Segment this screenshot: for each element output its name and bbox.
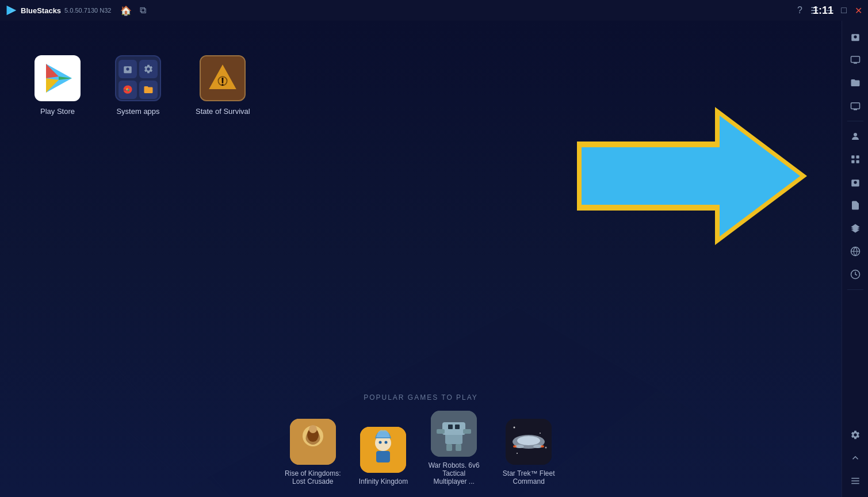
svg-rect-52 bbox=[437, 429, 445, 434]
rok-game-art bbox=[290, 419, 336, 465]
game-label-infinity-kingdom: Infinity Kingdom bbox=[359, 477, 408, 485]
help-icon[interactable]: ? bbox=[797, 5, 802, 16]
svg-rect-50 bbox=[446, 444, 452, 451]
sidebar-photo-icon[interactable] bbox=[845, 172, 866, 193]
game-infinity-kingdom[interactable]: Infinity Kingdom bbox=[359, 427, 408, 485]
svg-point-63 bbox=[513, 445, 517, 448]
svg-rect-8 bbox=[856, 155, 859, 158]
game-icon-rise-of-kingdoms bbox=[290, 419, 336, 465]
svg-marker-33 bbox=[577, 107, 807, 245]
svg-point-57 bbox=[545, 447, 547, 449]
svg-rect-10 bbox=[856, 160, 859, 163]
sidebar-layers-icon[interactable] bbox=[845, 218, 866, 239]
system-apps-app[interactable]: System apps bbox=[115, 55, 161, 116]
svg-rect-42 bbox=[376, 451, 390, 462]
svg-point-38 bbox=[309, 425, 317, 433]
svg-rect-7 bbox=[851, 155, 854, 158]
game-star-trek[interactable]: Star Trek™ Fleet Command bbox=[500, 419, 557, 485]
game-icon-infinity-kingdom bbox=[360, 427, 406, 473]
svg-rect-48 bbox=[448, 425, 453, 429]
main-content: Play Store S bbox=[0, 21, 842, 497]
popular-title: POPULAR GAMES TO PLAY bbox=[364, 393, 478, 402]
copy-nav-icon[interactable]: ⧉ bbox=[140, 5, 146, 16]
state-of-survival-label: State of Survival bbox=[196, 107, 250, 116]
sys-files-cell bbox=[139, 81, 158, 99]
svg-point-55 bbox=[514, 427, 515, 429]
sidebar-person-icon[interactable] bbox=[845, 126, 866, 147]
svg-rect-9 bbox=[851, 160, 854, 163]
svg-point-43 bbox=[379, 441, 382, 444]
system-apps-label: System apps bbox=[116, 107, 159, 116]
bluestacks-logo-icon bbox=[6, 5, 17, 16]
sidebar-hamburger-icon[interactable] bbox=[845, 471, 866, 491]
svg-rect-2 bbox=[851, 56, 859, 63]
svg-rect-39 bbox=[309, 439, 316, 441]
game-war-robots[interactable]: War Robots. 6v6 Tactical Multiplayer ... bbox=[425, 411, 483, 485]
titlebar-nav: 🏠 ⧉ bbox=[120, 5, 146, 16]
home-nav-icon[interactable]: 🏠 bbox=[120, 5, 132, 16]
system-apps-icon bbox=[115, 55, 161, 101]
state-of-survival-icon: ! bbox=[200, 55, 246, 101]
play-store-label: Play Store bbox=[40, 107, 75, 116]
game-icon-star-trek bbox=[506, 419, 552, 465]
game-label-war-robots: War Robots. 6v6 Tactical Multiplayer ... bbox=[425, 461, 483, 485]
titlebar: BlueStacks 5.0.50.7130 N32 🏠 ⧉ ? ☰ ─ □ ✕ bbox=[0, 0, 868, 21]
sidebar-file-icon[interactable] bbox=[845, 195, 866, 216]
st-game-art bbox=[506, 419, 552, 465]
sos-logo: ! bbox=[201, 56, 244, 100]
sidebar-grid-icon[interactable] bbox=[845, 149, 866, 170]
sidebar-clock-icon[interactable] bbox=[845, 264, 866, 285]
svg-point-44 bbox=[385, 441, 388, 444]
sidebar-bottom bbox=[845, 425, 866, 491]
sidebar-screen-icon[interactable] bbox=[845, 49, 866, 70]
game-rise-of-kingdoms[interactable]: Rise of Kingdoms: Lost Crusade bbox=[284, 419, 342, 485]
sys-camera-cell bbox=[118, 60, 137, 78]
maximize-icon[interactable]: □ bbox=[841, 5, 847, 16]
app-name-label: BlueStacks bbox=[21, 6, 61, 15]
sidebar-up-icon[interactable] bbox=[845, 448, 866, 468]
app-logo: BlueStacks 5.0.50.7130 N32 bbox=[6, 5, 111, 16]
sidebar-divider-2 bbox=[847, 289, 863, 290]
ik-game-art bbox=[360, 427, 406, 473]
play-store-icon bbox=[35, 55, 81, 101]
game-label-rise-of-kingdoms: Rise of Kingdoms: Lost Crusade bbox=[284, 469, 342, 485]
game-label-star-trek: Star Trek™ Fleet Command bbox=[500, 469, 557, 485]
svg-point-6 bbox=[854, 133, 857, 136]
svg-rect-47 bbox=[442, 422, 465, 435]
svg-point-60 bbox=[517, 436, 540, 445]
state-of-survival-app[interactable]: ! State of Survival bbox=[196, 55, 250, 116]
svg-rect-5 bbox=[851, 103, 859, 109]
sidebar-settings-icon[interactable] bbox=[845, 425, 866, 445]
sidebar-folder-icon[interactable] bbox=[845, 72, 866, 93]
big-arrow bbox=[577, 90, 807, 265]
game-icon-war-robots bbox=[431, 411, 477, 457]
popular-section: POPULAR GAMES TO PLAY Rise of Kingdoms: … bbox=[0, 393, 842, 485]
sys-gear-cell bbox=[139, 60, 158, 78]
play-store-logo bbox=[40, 61, 75, 95]
svg-marker-34 bbox=[582, 116, 800, 236]
svg-rect-51 bbox=[456, 444, 461, 451]
svg-rect-49 bbox=[455, 425, 460, 429]
arrow-svg bbox=[577, 90, 807, 262]
close-icon[interactable]: ✕ bbox=[855, 5, 862, 16]
right-sidebar bbox=[842, 21, 868, 497]
svg-rect-53 bbox=[463, 429, 471, 434]
apps-area: Play Store S bbox=[35, 55, 250, 116]
svg-point-58 bbox=[517, 453, 518, 454]
version-label: 5.0.50.7130 N32 bbox=[64, 7, 111, 14]
sidebar-tv-icon[interactable] bbox=[845, 95, 866, 116]
sys-chrome-cell bbox=[118, 81, 137, 99]
svg-point-64 bbox=[541, 445, 544, 448]
sidebar-world-icon[interactable] bbox=[845, 241, 866, 262]
wr-game-art bbox=[431, 411, 477, 457]
svg-point-56 bbox=[540, 433, 541, 434]
popular-games-list: Rise of Kingdoms: Lost Crusade bbox=[284, 411, 557, 485]
time-display: 1:11 bbox=[813, 5, 833, 17]
sidebar-camera-icon[interactable] bbox=[845, 26, 866, 47]
play-store-app[interactable]: Play Store bbox=[35, 55, 81, 116]
sidebar-divider-1 bbox=[847, 121, 863, 121]
